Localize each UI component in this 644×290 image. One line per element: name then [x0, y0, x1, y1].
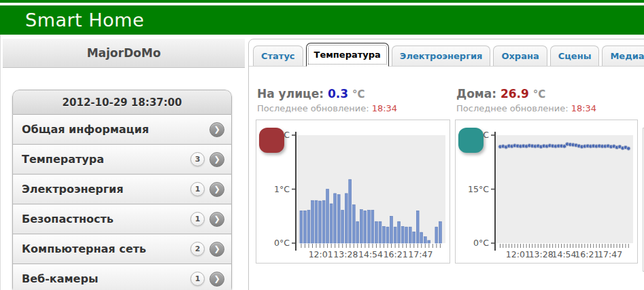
sidebar-item-webcams[interactable]: Веб-камеры 1 ❯ — [12, 264, 232, 290]
content-columns: MajorDoMo 2012-10-29 18:37:00 Общая инфо… — [0, 35, 644, 290]
chevron-right-icon: ❯ — [209, 242, 224, 257]
tab-security[interactable]: Охрана — [493, 46, 547, 66]
sidebar-item-electricity[interactable]: Электроэнергия 1 ❯ — [12, 175, 232, 204]
page: Smart Home MajorDoMo 2012-10-29 18:37:00… — [0, 0, 644, 290]
count-badge: 3 — [190, 152, 205, 166]
outdoor-sensor-icon — [259, 128, 284, 153]
item-right-group: 2 ❯ — [190, 242, 224, 257]
item-right-group: 1 ❯ — [190, 272, 224, 287]
last-update-line: Последнее обновление: 18:34 — [257, 103, 452, 113]
sensor-label: На улице: — [257, 87, 324, 101]
svg-text:16:21: 16:21 — [575, 249, 599, 259]
sidebar-item-label: Электроэнергия — [22, 183, 124, 196]
sidebar-title-bar: MajorDoMo — [3, 39, 245, 68]
chevron-right-icon: ❯ — [209, 122, 224, 137]
tab-electricity[interactable]: Электроэнергия — [392, 46, 491, 66]
sensor-label: Дома: — [456, 87, 496, 101]
sensor-unit: °C — [533, 88, 546, 101]
svg-text:14:54: 14:54 — [358, 249, 383, 259]
svg-text:12:01: 12:01 — [309, 249, 333, 259]
svg-text:15°C: 15°C — [468, 184, 489, 194]
datetime-header: 2012-10-29 18:37:00 — [12, 90, 232, 115]
item-right-group: 1 ❯ — [190, 182, 224, 197]
svg-text:1°C: 1°C — [274, 184, 290, 194]
tab-status[interactable]: Статус — [253, 46, 303, 66]
sidebar-item-general-info[interactable]: Общая информация ❯ — [12, 115, 232, 145]
svg-text:0°C: 0°C — [473, 238, 489, 248]
outdoor-panel: На улице: 0.3 °C Последнее обновление: 1… — [256, 87, 452, 272]
last-update-label: Последнее обновление: — [456, 103, 569, 113]
svg-text:13:28: 13:28 — [333, 249, 358, 259]
sidebar-title: MajorDoMo — [87, 46, 161, 60]
last-update-time: 18:34 — [372, 103, 397, 113]
svg-text:12:01: 12:01 — [506, 249, 530, 259]
indoor-chart-box: 0°C15°C30°C12:0113:2814:5416:2117:47 — [455, 120, 638, 264]
tab-temperature[interactable]: Температура — [306, 43, 389, 67]
sidebar-item-label: Общая информация — [22, 123, 149, 136]
sidebar: MajorDoMo 2012-10-29 18:37:00 Общая инфо… — [1, 35, 247, 290]
sensor-value: 0.3 — [328, 87, 348, 101]
svg-text:0°C: 0°C — [274, 238, 290, 248]
app-title: Smart Home — [0, 10, 144, 31]
chevron-right-icon: ❯ — [209, 182, 224, 197]
count-badge: 1 — [190, 272, 205, 286]
count-badge: 1 — [190, 182, 205, 196]
outdoor-chart-box: 0°C1°C2°C12:0113:2814:5416:2117:47 — [256, 120, 450, 264]
indoor-panel: Дома: 26.9 °C Последнее обновление: 18:3… — [455, 87, 639, 272]
main-area: Статус Температура Электроэнергия Охрана… — [247, 35, 644, 290]
sidebar-item-label: Безопастность — [22, 213, 114, 225]
sidebar-item-security[interactable]: Безопастность 1 ❯ — [12, 204, 232, 234]
sidebar-item-label: Температура — [22, 153, 104, 166]
count-badge: 1 — [190, 212, 205, 226]
sidebar-item-label: Компьютерная сеть — [22, 242, 146, 255]
sidebar-item-label: Веб-камеры — [22, 272, 98, 285]
item-right-group: 3 ❯ — [190, 152, 224, 167]
outdoor-temperature-chart: 0°C1°C2°C12:0113:2814:5416:2117:47 — [256, 120, 450, 263]
tabs-panel: Статус Температура Электроэнергия Охрана… — [248, 39, 644, 290]
item-right-group: 1 ❯ — [190, 212, 224, 227]
indoor-sensor-icon — [458, 128, 484, 153]
tab-bar: Статус Температура Электроэнергия Охрана… — [249, 39, 644, 67]
chevron-right-icon: ❯ — [209, 152, 224, 167]
sidebar-item-computer-network[interactable]: Компьютерная сеть 2 ❯ — [12, 234, 232, 264]
svg-text:16:21: 16:21 — [384, 249, 408, 259]
sidebar-item-temperature[interactable]: Температура 3 ❯ — [12, 145, 232, 175]
svg-text:14:54: 14:54 — [552, 249, 576, 259]
sensor-heading: На улице: 0.3 °C — [257, 87, 452, 101]
sensor-value: 26.9 — [501, 87, 529, 101]
count-badge: 2 — [190, 242, 205, 256]
last-update-time: 18:34 — [571, 103, 596, 113]
chevron-right-icon: ❯ — [209, 272, 224, 287]
svg-text:13:28: 13:28 — [529, 249, 554, 259]
last-update-line: Последнее обновление: 18:34 — [456, 103, 639, 113]
sidebar-menu: 2012-10-29 18:37:00 Общая информация ❯ Т… — [12, 90, 232, 290]
tab-scenes[interactable]: Сцены — [550, 46, 600, 66]
svg-text:17:47: 17:47 — [408, 249, 433, 259]
chevron-right-icon: ❯ — [209, 212, 224, 227]
last-update-label: Последнее обновление: — [257, 103, 369, 113]
svg-text:17:47: 17:47 — [598, 249, 622, 259]
item-right-group: ❯ — [209, 122, 224, 137]
sensor-unit: °C — [352, 88, 365, 101]
tab-media[interactable]: Медиа — [602, 46, 644, 66]
app-header: Smart Home — [0, 5, 644, 35]
sensor-heading: Дома: 26.9 °C — [456, 87, 639, 101]
temperature-tab-content: На улице: 0.3 °C Последнее обновление: 1… — [249, 67, 644, 272]
datetime-text: 2012-10-29 18:37:00 — [63, 96, 182, 109]
